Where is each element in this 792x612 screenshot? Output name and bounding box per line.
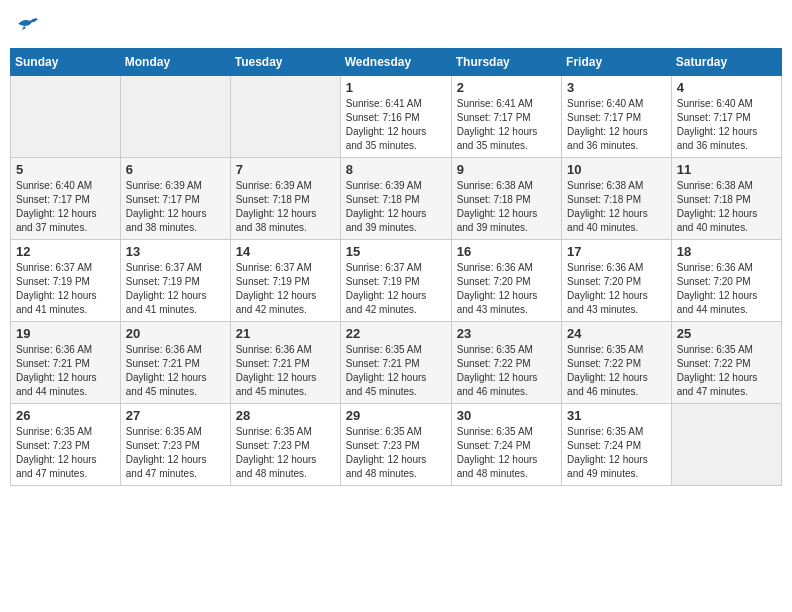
day-header-saturday: Saturday — [671, 49, 781, 76]
calendar-cell: 21Sunrise: 6:36 AM Sunset: 7:21 PM Dayli… — [230, 322, 340, 404]
calendar-body: 1Sunrise: 6:41 AM Sunset: 7:16 PM Daylig… — [11, 76, 782, 486]
day-info: Sunrise: 6:35 AM Sunset: 7:24 PM Dayligh… — [567, 425, 666, 481]
day-number: 14 — [236, 244, 335, 259]
day-info: Sunrise: 6:38 AM Sunset: 7:18 PM Dayligh… — [677, 179, 776, 235]
day-number: 23 — [457, 326, 556, 341]
day-number: 18 — [677, 244, 776, 259]
day-info: Sunrise: 6:35 AM Sunset: 7:23 PM Dayligh… — [346, 425, 446, 481]
calendar-cell: 3Sunrise: 6:40 AM Sunset: 7:17 PM Daylig… — [562, 76, 672, 158]
calendar-cell: 4Sunrise: 6:40 AM Sunset: 7:17 PM Daylig… — [671, 76, 781, 158]
calendar-cell — [120, 76, 230, 158]
calendar-table: SundayMondayTuesdayWednesdayThursdayFrid… — [10, 48, 782, 486]
calendar-cell: 22Sunrise: 6:35 AM Sunset: 7:21 PM Dayli… — [340, 322, 451, 404]
day-info: Sunrise: 6:36 AM Sunset: 7:21 PM Dayligh… — [16, 343, 115, 399]
day-info: Sunrise: 6:41 AM Sunset: 7:16 PM Dayligh… — [346, 97, 446, 153]
day-number: 7 — [236, 162, 335, 177]
calendar-cell: 7Sunrise: 6:39 AM Sunset: 7:18 PM Daylig… — [230, 158, 340, 240]
day-number: 8 — [346, 162, 446, 177]
day-info: Sunrise: 6:38 AM Sunset: 7:18 PM Dayligh… — [567, 179, 666, 235]
day-number: 29 — [346, 408, 446, 423]
day-number: 17 — [567, 244, 666, 259]
day-header-wednesday: Wednesday — [340, 49, 451, 76]
day-info: Sunrise: 6:36 AM Sunset: 7:20 PM Dayligh… — [457, 261, 556, 317]
day-info: Sunrise: 6:36 AM Sunset: 7:21 PM Dayligh… — [236, 343, 335, 399]
calendar-cell: 26Sunrise: 6:35 AM Sunset: 7:23 PM Dayli… — [11, 404, 121, 486]
day-info: Sunrise: 6:35 AM Sunset: 7:23 PM Dayligh… — [236, 425, 335, 481]
day-number: 24 — [567, 326, 666, 341]
calendar-cell: 14Sunrise: 6:37 AM Sunset: 7:19 PM Dayli… — [230, 240, 340, 322]
day-number: 9 — [457, 162, 556, 177]
calendar-cell: 5Sunrise: 6:40 AM Sunset: 7:17 PM Daylig… — [11, 158, 121, 240]
day-number: 12 — [16, 244, 115, 259]
day-info: Sunrise: 6:36 AM Sunset: 7:20 PM Dayligh… — [567, 261, 666, 317]
calendar-cell: 31Sunrise: 6:35 AM Sunset: 7:24 PM Dayli… — [562, 404, 672, 486]
calendar-cell: 16Sunrise: 6:36 AM Sunset: 7:20 PM Dayli… — [451, 240, 561, 322]
calendar-cell: 1Sunrise: 6:41 AM Sunset: 7:16 PM Daylig… — [340, 76, 451, 158]
day-info: Sunrise: 6:37 AM Sunset: 7:19 PM Dayligh… — [236, 261, 335, 317]
week-row-3: 12Sunrise: 6:37 AM Sunset: 7:19 PM Dayli… — [11, 240, 782, 322]
day-info: Sunrise: 6:39 AM Sunset: 7:18 PM Dayligh… — [346, 179, 446, 235]
day-number: 16 — [457, 244, 556, 259]
calendar-cell: 29Sunrise: 6:35 AM Sunset: 7:23 PM Dayli… — [340, 404, 451, 486]
calendar-cell: 9Sunrise: 6:38 AM Sunset: 7:18 PM Daylig… — [451, 158, 561, 240]
calendar-cell: 23Sunrise: 6:35 AM Sunset: 7:22 PM Dayli… — [451, 322, 561, 404]
calendar-cell — [11, 76, 121, 158]
day-info: Sunrise: 6:41 AM Sunset: 7:17 PM Dayligh… — [457, 97, 556, 153]
day-info: Sunrise: 6:39 AM Sunset: 7:18 PM Dayligh… — [236, 179, 335, 235]
day-info: Sunrise: 6:36 AM Sunset: 7:21 PM Dayligh… — [126, 343, 225, 399]
day-number: 2 — [457, 80, 556, 95]
day-number: 21 — [236, 326, 335, 341]
day-number: 31 — [567, 408, 666, 423]
calendar-cell: 24Sunrise: 6:35 AM Sunset: 7:22 PM Dayli… — [562, 322, 672, 404]
day-info: Sunrise: 6:35 AM Sunset: 7:24 PM Dayligh… — [457, 425, 556, 481]
calendar-cell: 30Sunrise: 6:35 AM Sunset: 7:24 PM Dayli… — [451, 404, 561, 486]
calendar-cell: 13Sunrise: 6:37 AM Sunset: 7:19 PM Dayli… — [120, 240, 230, 322]
day-number: 4 — [677, 80, 776, 95]
day-info: Sunrise: 6:40 AM Sunset: 7:17 PM Dayligh… — [16, 179, 115, 235]
day-info: Sunrise: 6:37 AM Sunset: 7:19 PM Dayligh… — [126, 261, 225, 317]
calendar-header-row: SundayMondayTuesdayWednesdayThursdayFrid… — [11, 49, 782, 76]
day-info: Sunrise: 6:39 AM Sunset: 7:17 PM Dayligh… — [126, 179, 225, 235]
calendar-cell: 6Sunrise: 6:39 AM Sunset: 7:17 PM Daylig… — [120, 158, 230, 240]
day-info: Sunrise: 6:36 AM Sunset: 7:20 PM Dayligh… — [677, 261, 776, 317]
day-header-tuesday: Tuesday — [230, 49, 340, 76]
calendar-cell: 28Sunrise: 6:35 AM Sunset: 7:23 PM Dayli… — [230, 404, 340, 486]
calendar-cell: 19Sunrise: 6:36 AM Sunset: 7:21 PM Dayli… — [11, 322, 121, 404]
calendar-cell — [671, 404, 781, 486]
day-info: Sunrise: 6:35 AM Sunset: 7:22 PM Dayligh… — [677, 343, 776, 399]
calendar-cell: 10Sunrise: 6:38 AM Sunset: 7:18 PM Dayli… — [562, 158, 672, 240]
day-number: 22 — [346, 326, 446, 341]
logo-bird-icon — [16, 16, 38, 34]
day-info: Sunrise: 6:35 AM Sunset: 7:23 PM Dayligh… — [16, 425, 115, 481]
day-info: Sunrise: 6:37 AM Sunset: 7:19 PM Dayligh… — [346, 261, 446, 317]
day-info: Sunrise: 6:35 AM Sunset: 7:23 PM Dayligh… — [126, 425, 225, 481]
day-number: 5 — [16, 162, 115, 177]
calendar-cell: 12Sunrise: 6:37 AM Sunset: 7:19 PM Dayli… — [11, 240, 121, 322]
day-number: 15 — [346, 244, 446, 259]
day-number: 13 — [126, 244, 225, 259]
day-info: Sunrise: 6:38 AM Sunset: 7:18 PM Dayligh… — [457, 179, 556, 235]
day-header-sunday: Sunday — [11, 49, 121, 76]
day-header-monday: Monday — [120, 49, 230, 76]
day-number: 26 — [16, 408, 115, 423]
day-info: Sunrise: 6:37 AM Sunset: 7:19 PM Dayligh… — [16, 261, 115, 317]
calendar-cell: 15Sunrise: 6:37 AM Sunset: 7:19 PM Dayli… — [340, 240, 451, 322]
calendar-cell: 27Sunrise: 6:35 AM Sunset: 7:23 PM Dayli… — [120, 404, 230, 486]
week-row-2: 5Sunrise: 6:40 AM Sunset: 7:17 PM Daylig… — [11, 158, 782, 240]
day-number: 28 — [236, 408, 335, 423]
day-number: 11 — [677, 162, 776, 177]
day-number: 25 — [677, 326, 776, 341]
day-number: 3 — [567, 80, 666, 95]
day-header-friday: Friday — [562, 49, 672, 76]
page-header — [10, 10, 782, 40]
day-info: Sunrise: 6:35 AM Sunset: 7:22 PM Dayligh… — [457, 343, 556, 399]
day-number: 6 — [126, 162, 225, 177]
calendar-cell: 25Sunrise: 6:35 AM Sunset: 7:22 PM Dayli… — [671, 322, 781, 404]
calendar-cell: 18Sunrise: 6:36 AM Sunset: 7:20 PM Dayli… — [671, 240, 781, 322]
day-number: 19 — [16, 326, 115, 341]
logo — [14, 16, 38, 34]
day-number: 30 — [457, 408, 556, 423]
day-header-thursday: Thursday — [451, 49, 561, 76]
calendar-cell: 17Sunrise: 6:36 AM Sunset: 7:20 PM Dayli… — [562, 240, 672, 322]
day-number: 27 — [126, 408, 225, 423]
